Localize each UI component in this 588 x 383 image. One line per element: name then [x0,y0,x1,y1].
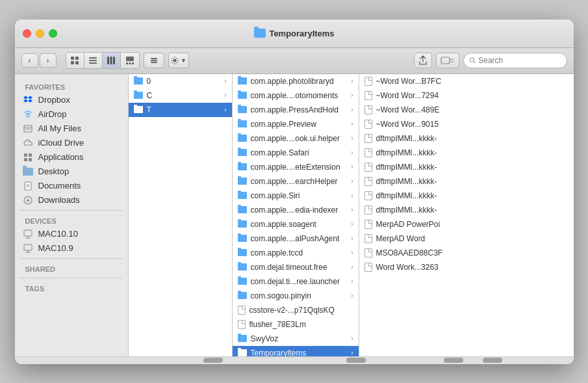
column-view-button[interactable] [103,53,121,68]
svg-rect-16 [151,62,157,63]
sidebar-item-mac10.9[interactable]: MAC10.9 [15,241,128,256]
col2-item-9[interactable]: com.apple....edia-indexer › [233,203,359,217]
folder-icon [238,135,247,142]
file-icon [364,248,372,258]
svg-rect-3 [75,61,79,64]
folder-icon [238,120,247,127]
scrollbar-area [15,356,574,364]
sidebar-item-all-my-files[interactable]: All My Files [15,122,128,136]
scrollbar-thumb-2[interactable] [346,358,366,363]
search-input[interactable] [478,56,561,65]
col2-item-18[interactable]: SwyVoz › [233,332,359,346]
col2-item-4[interactable]: com.apple....ook.ui.helper › [233,131,359,146]
finder-window: TemporaryItems ‹ › [15,20,574,364]
icon-view-button[interactable] [66,53,84,68]
file-icon [364,148,372,157]
svg-rect-9 [113,57,115,64]
col2-item-0[interactable]: com.apple.photolibraryd › [233,74,359,88]
sidebar-item-desktop[interactable]: Desktop [15,165,128,179]
sidebar-item-documents[interactable]: Documents [15,179,128,193]
nav-buttons: ‹ › [21,53,57,68]
col2-item-19-temporaryitems[interactable]: TemporaryItems › [233,346,359,356]
columns-container: 0 › C › T › com.apple.photolibr [129,74,574,356]
col2-item-17[interactable]: flusher_78E3Lm [233,317,359,332]
col1-item-0[interactable]: 0 › [129,74,232,88]
col2-item-3[interactable]: com.apple.Preview › [233,117,359,131]
col3-item-2[interactable]: ~Word Wor...489E [359,103,467,117]
sidebar-item-applications[interactable]: Applications [15,150,128,165]
file-icon [364,205,372,215]
share-button[interactable] [414,53,432,68]
scrollbar-thumb-4[interactable] [483,358,502,363]
svg-rect-25 [24,158,27,161]
col3-item-0[interactable]: ~Word Wor...B7FC [359,74,467,88]
col3-item-13[interactable]: Word Work...3263 [359,260,467,274]
col2-item-10[interactable]: com.apple.soagent › [233,217,359,231]
svg-rect-13 [132,62,134,64]
col3-item-3[interactable]: ~Word Wor...9015 [359,117,467,131]
folder-icon [238,263,247,271]
downloads-icon [23,195,33,205]
sidebar-item-downloads[interactable]: Downloads [15,193,128,207]
folder-icon [238,349,247,356]
col3-item-8[interactable]: dftmpIMMl...kkkk- [359,189,467,203]
sidebar-item-dropbox[interactable]: Dropbox [15,93,128,107]
col1-item-t[interactable]: T › [129,103,232,117]
sidebar-item-icloud[interactable]: iCloud Drive [15,136,128,150]
scrollbar-thumb-1[interactable] [203,358,223,363]
col2-item-11[interactable]: com.apple....alPushAgent › [233,231,359,246]
forward-button[interactable]: › [40,53,57,68]
col2-item-7[interactable]: com.apple....earchHelper › [233,174,359,189]
col2-item-15[interactable]: com.sogou.pinyin › [233,289,359,303]
arrange-button[interactable] [144,53,164,68]
file-icon [238,306,246,315]
folder-icon [238,235,247,242]
sidebar-item-airdrop[interactable]: AirDrop [15,107,128,122]
col2-item-2[interactable]: com.apple.PressAndHold › [233,103,359,117]
tag-button[interactable] [436,53,459,68]
icloud-icon [23,138,33,148]
col3-item-5[interactable]: dftmpIMMl...kkkk- [359,146,467,160]
svg-rect-4 [89,57,97,59]
folder-icon [238,292,247,299]
col3-item-6[interactable]: dftmpIMMl...kkkk- [359,160,467,174]
scrollbar-thumb-3[interactable] [444,358,463,363]
col2-item-16[interactable]: csstore-v2-...p71QqlsKQ [233,303,359,317]
col2-item-12[interactable]: com.apple.tccd › [233,246,359,260]
folder-icon [238,206,247,213]
svg-rect-2 [71,61,74,64]
col3-item-4[interactable]: dftmpIMMl...kkkk- [359,131,467,146]
svg-rect-12 [129,62,131,64]
col3-item-11[interactable]: MerpAD Word [359,231,467,246]
cover-flow-button[interactable] [121,53,139,68]
col3-item-9[interactable]: dftmpIMMl...kkkk- [359,203,467,217]
zoom-button[interactable] [49,29,57,38]
col2-item-1[interactable]: com.apple....otomoments › [233,88,359,103]
minimize-button[interactable] [36,29,44,38]
col3-item-7[interactable]: dftmpIMMl...kkkk- [359,174,467,189]
close-button[interactable] [23,29,31,38]
mac-icon [23,229,33,239]
col2-item-8[interactable]: com.apple.Siri › [233,189,359,203]
col1-item-c[interactable]: C › [129,88,232,103]
sidebar-item-downloads-label: Downloads [38,195,80,205]
svg-rect-7 [107,57,109,64]
folder-icon [238,106,247,113]
sidebar-item-mac10.10[interactable]: MAC10.10 [15,227,128,241]
mac-icon-2 [23,243,33,254]
desktop-icon [23,166,33,177]
file-icon [364,263,372,272]
col2-item-5[interactable]: com.apple.Safari › [233,146,359,160]
search-box[interactable] [463,53,567,68]
list-view-button[interactable] [84,53,103,68]
action-button[interactable]: ▼ [168,53,189,68]
col2-item-13[interactable]: com.dejal.timeout.free › [233,260,359,274]
col3-item-10[interactable]: MerpAD PowerPoi [359,217,467,231]
col2-item-14[interactable]: com.dejal.ti...ree.launcher › [233,274,359,289]
dropbox-icon [23,95,33,105]
back-button[interactable]: ‹ [21,53,38,68]
col2-item-6[interactable]: com.apple....eteExtension › [233,160,359,174]
col3-item-12[interactable]: MSO8AAED88C3F [359,246,467,260]
col3-item-1[interactable]: ~Word Wor...7294 [359,88,467,103]
svg-rect-6 [89,62,97,64]
